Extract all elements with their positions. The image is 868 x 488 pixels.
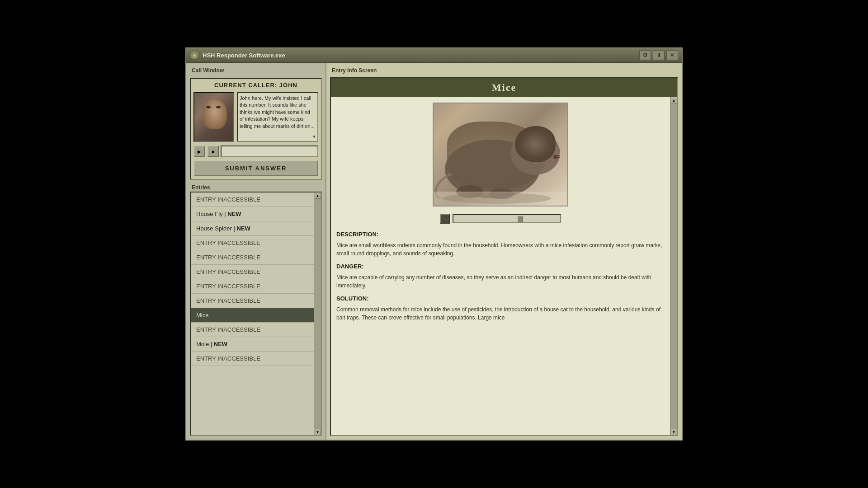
main-window: ⊕ HSH Responder Software.exe ⚙ ⏸ ✕ Call … [185, 47, 683, 441]
list-item[interactable]: House Spider | NEW [191, 221, 314, 236]
controls-row: ▶ ■ [193, 145, 318, 157]
entries-scrollbar: ▲ ▼ [314, 192, 321, 435]
play-button[interactable]: ▶ [193, 145, 205, 157]
entry-info-inner: DESCRIPTION: Mice are small worthless ro… [331, 97, 677, 435]
audio-player [336, 212, 665, 225]
entry-image-container [336, 103, 665, 206]
entries-section: Entries ENTRY INACCESSIBLE House Fly | N… [190, 183, 322, 436]
scroll-up-arrow[interactable]: ▲ [315, 192, 321, 199]
right-scroll-up[interactable]: ▲ [671, 97, 677, 103]
stop-button[interactable]: ■ [207, 145, 219, 157]
list-item[interactable]: ENTRY INACCESSIBLE [191, 352, 314, 366]
app-icon: ⊕ [190, 51, 199, 60]
entries-list: ENTRY INACCESSIBLE House Fly | NEW House… [190, 192, 322, 436]
caller-title: CURRENT CALLER: JOHN [193, 82, 318, 89]
entries-label: Entries [190, 183, 322, 192]
description-header: DESCRIPTION: [336, 231, 665, 238]
svg-point-6 [542, 147, 544, 149]
scroll-down-arrow[interactable]: ▼ [315, 429, 321, 435]
entry-title: Mice [338, 82, 670, 94]
danger-text: Mice are capable of carrying any number … [336, 273, 665, 290]
list-item[interactable]: ENTRY INACCESSIBLE [191, 192, 314, 207]
close-button[interactable]: ✕ [666, 50, 678, 60]
solution-text: Common removal methods for mice include … [336, 305, 665, 322]
right-scrollbar: ▲ ▼ [670, 97, 677, 435]
svg-rect-14 [434, 192, 568, 206]
danger-header: DANGER: [336, 263, 665, 270]
right-panel: Entry Info Screen Mice [326, 63, 682, 440]
pause-button[interactable]: ⏸ [653, 50, 665, 60]
svg-point-5 [539, 145, 545, 152]
caller-text: John here. My wife insisted I call this … [240, 95, 315, 129]
audio-progress[interactable] [453, 214, 561, 223]
window-title: HSH Responder Software.exe [203, 52, 639, 59]
description-text: Mice are small worthless rodents commonl… [336, 241, 665, 258]
list-item-mice[interactable]: Mice [191, 308, 314, 323]
list-item[interactable]: ENTRY INACCESSIBLE [191, 250, 314, 265]
list-item[interactable]: ENTRY INACCESSIBLE [191, 294, 314, 308]
list-item[interactable]: ENTRY INACCESSIBLE [191, 279, 314, 294]
svg-point-4 [524, 131, 537, 141]
svg-point-2 [510, 131, 560, 175]
caller-content: John here. My wife insisted I call this … [193, 92, 318, 142]
list-item[interactable]: ENTRY INACCESSIBLE [191, 323, 314, 337]
entry-info-label: Entry Info Screen [330, 66, 678, 75]
call-window-label: Call Window [190, 66, 322, 75]
submit-answer-button[interactable]: SUBMIT ANSWER [193, 160, 318, 176]
caller-photo [193, 92, 234, 142]
list-item[interactable]: House Fly | NEW [191, 207, 314, 221]
title-bar-buttons: ⚙ ⏸ ✕ [639, 50, 678, 60]
audio-stop-button[interactable] [440, 214, 450, 224]
list-item[interactable]: ENTRY INACCESSIBLE [191, 265, 314, 279]
svg-point-3 [521, 128, 541, 144]
entry-body: DESCRIPTION: Mice are small worthless ro… [331, 97, 670, 435]
entries-scroll-area[interactable]: ENTRY INACCESSIBLE House Fly | NEW House… [191, 192, 314, 435]
entry-image [433, 103, 568, 206]
title-bar: ⊕ HSH Responder Software.exe ⚙ ⏸ ✕ [186, 48, 682, 63]
scroll-indicator: ▼ [312, 134, 316, 140]
left-panel: Call Window CURRENT CALLER: JOHN John he… [186, 63, 326, 440]
audio-progress-thumb [518, 216, 523, 222]
entry-info-box: Mice [330, 77, 678, 436]
list-item[interactable]: Mole | NEW [191, 337, 314, 352]
solution-header: SOLUTION: [336, 295, 665, 302]
settings-button[interactable]: ⚙ [639, 50, 651, 60]
right-scroll-down[interactable]: ▼ [671, 429, 677, 435]
content-area: Call Window CURRENT CALLER: JOHN John he… [186, 63, 682, 440]
answer-input[interactable] [221, 145, 318, 157]
caller-text-box: John here. My wife insisted I call this … [237, 92, 318, 142]
list-item[interactable]: ENTRY INACCESSIBLE [191, 236, 314, 250]
entry-title-bar: Mice [331, 78, 677, 97]
call-window: CURRENT CALLER: JOHN John here. My wife … [190, 78, 322, 180]
